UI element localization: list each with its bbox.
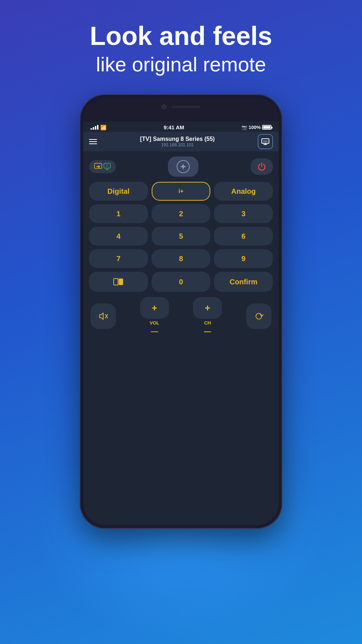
ch-column: + CH — (193, 297, 222, 335)
nav-title-sub: 192.168.101.101 (140, 142, 215, 147)
phone-camera (161, 104, 167, 109)
power-button[interactable] (251, 158, 273, 175)
num-4-button[interactable]: 4 (89, 227, 148, 246)
analog-button[interactable]: Analog (214, 182, 273, 201)
svg-rect-3 (114, 279, 118, 285)
signal-bar-3 (95, 126, 96, 130)
status-left: 📶 (90, 125, 106, 130)
signal-bar-4 (97, 125, 98, 130)
battery-percent: 100% (249, 125, 261, 130)
signal-bar-1 (90, 128, 92, 130)
num-9-button[interactable]: 9 (214, 249, 273, 268)
num-8-button[interactable]: 8 (152, 249, 211, 268)
nav-pad-button[interactable] (168, 156, 198, 177)
battery-fill (263, 126, 270, 129)
wifi-icon: 📶 (100, 125, 106, 130)
digital-button[interactable]: Digital (89, 182, 148, 201)
channel-type-row: Digital i+ Analog (89, 182, 273, 201)
svg-rect-2 (104, 163, 110, 168)
signal-bar-2 (93, 127, 94, 130)
menu-line-1 (89, 139, 97, 140)
ch-label: CH (204, 320, 211, 326)
input-source-button[interactable] (89, 160, 116, 173)
numpad: 1 2 3 4 5 6 (89, 204, 273, 268)
status-right: 📷 100% (241, 125, 272, 130)
remote-area: Digital i+ Analog 1 2 (83, 151, 279, 525)
num-7-button[interactable]: 7 (89, 249, 148, 268)
cast-icon-button[interactable] (258, 134, 273, 149)
vol-down-button[interactable]: — (151, 327, 158, 335)
phone-inner: 📶 9:41 AM 📷 100% (83, 98, 279, 525)
vol-column: + VOL — (140, 297, 169, 335)
phone-screen: 📶 9:41 AM 📷 100% (83, 121, 279, 525)
confirm-button[interactable]: Confirm (214, 272, 273, 292)
menu-button[interactable] (89, 139, 97, 144)
ch-up-button[interactable]: + (193, 297, 222, 319)
num-2-button[interactable]: 2 (152, 204, 211, 223)
hero-section: Look and feels like original remote (90, 22, 272, 76)
ch-down-button[interactable]: — (204, 327, 211, 335)
hero-subtitle: like original remote (90, 53, 272, 76)
num-1-button[interactable]: 1 (89, 204, 148, 223)
num-3-button[interactable]: 3 (214, 204, 273, 223)
status-time: 9:41 AM (164, 124, 184, 130)
battery-icon (262, 125, 272, 130)
vol-up-button[interactable]: + (140, 297, 169, 319)
status-bar: 📶 9:41 AM 📷 100% (83, 121, 279, 132)
info-button[interactable]: i+ (152, 182, 211, 201)
signal-bars (90, 125, 98, 130)
svg-rect-1 (94, 163, 102, 168)
num-6-button[interactable]: 6 (214, 227, 273, 246)
svg-rect-4 (119, 279, 123, 285)
vol-ch-area: + VOL — + CH — (89, 297, 273, 335)
repeat-button[interactable] (246, 304, 272, 329)
aspect-button[interactable] (89, 272, 148, 292)
phone-top-bar (161, 104, 201, 109)
num-0-button[interactable]: 0 (152, 272, 211, 292)
menu-line-3 (89, 143, 97, 144)
nav-bar: [TV] Samsung 8 Series (55) 192.168.101.1… (83, 132, 279, 151)
top-controls (89, 156, 273, 177)
num-5-button[interactable]: 5 (152, 227, 211, 246)
mute-button[interactable] (90, 304, 116, 329)
menu-line-2 (89, 141, 97, 142)
phone-frame: 📶 9:41 AM 📷 100% (80, 94, 282, 529)
phone-speaker (172, 106, 201, 108)
nav-title-main: [TV] Samsung 8 Series (55) (140, 136, 215, 142)
nav-title: [TV] Samsung 8 Series (55) 192.168.101.1… (140, 136, 215, 147)
bluetooth-icon: 📷 (241, 125, 247, 130)
last-row: 0 Confirm (89, 272, 273, 292)
hero-title: Look and feels (90, 22, 272, 50)
vol-label: VOL (150, 320, 159, 326)
